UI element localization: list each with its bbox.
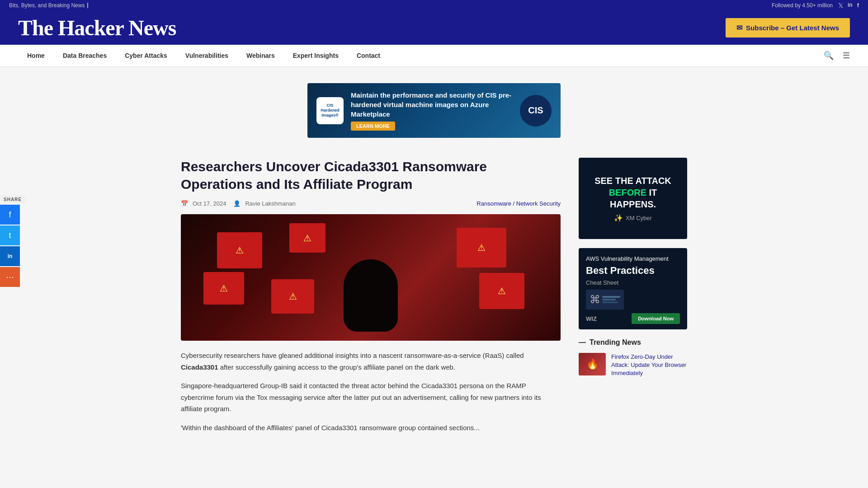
xm-headline: SEE THE ATTACK BEFORE IT HAPPENS. — [586, 175, 680, 210]
facebook-icon: f — [9, 210, 11, 220]
wiz-text: AWS Vulnerability Management Best Practi… — [586, 255, 669, 286]
twitter-top-icon[interactable]: 𝕏 — [838, 2, 843, 9]
cursor-blink — [87, 3, 88, 8]
article-main: Researchers Uncover Cicada3301 Ransomwar… — [181, 158, 561, 441]
followers-text: Followed by 4.50+ million — [772, 2, 833, 9]
monitor-3: ⚠ — [457, 228, 506, 267]
wiz-brand: WIZ — [586, 315, 597, 322]
social-follow: Followed by 4.50+ million 𝕏 in f — [772, 2, 859, 9]
xm-cyber-ad-inner: SEE THE ATTACK BEFORE IT HAPPENS. ✨ XM C… — [579, 158, 687, 239]
subscribe-label: Subscribe – Get Latest News — [746, 24, 839, 32]
nav-contact[interactable]: Contact — [348, 45, 389, 66]
article-tags-text: Ransomware / Network Security — [476, 200, 561, 207]
linkedin-icon: in — [8, 253, 13, 259]
search-icon[interactable]: 🔍 — [824, 51, 834, 61]
monitor-5: ⚠ — [271, 279, 314, 314]
site-title[interactable]: The Hacker News — [18, 15, 176, 40]
nav-cyber-attacks[interactable]: Cyber Attacks — [116, 45, 176, 66]
subscribe-button[interactable]: ✉ Subscribe – Get Latest News — [726, 18, 850, 38]
trending-dash: — — [579, 338, 586, 347]
main-nav: Home Data Breaches Cyber Attacks Vulnera… — [0, 45, 868, 67]
monitor-6: ⚠ — [479, 273, 524, 309]
cis-ad-text: Maintain the performance and security of… — [351, 90, 513, 131]
trending-section: — Trending News 🔥 Firefox Zero-Day Under… — [579, 338, 687, 378]
linkedin-top-icon[interactable]: in — [848, 2, 853, 9]
wiz-bottom: WIZ Download Now — [586, 313, 680, 324]
article-date-text: Oct 17, 2024 — [193, 200, 226, 207]
share-facebook-button[interactable]: f — [0, 205, 20, 225]
share-linkedin-button[interactable]: in — [0, 246, 20, 266]
nav-webinars[interactable]: Webinars — [237, 45, 284, 66]
header: The Hacker News ✉ Subscribe – Get Latest… — [0, 11, 868, 45]
nav-home[interactable]: Home — [18, 45, 54, 66]
xm-brand-icon: ✨ — [614, 214, 623, 222]
share-more-button[interactable]: ⋯ — [0, 267, 20, 287]
cicada-highlight: Cicada3301 — [181, 363, 218, 371]
cis-logo: CISHardenedImages® — [316, 97, 344, 124]
warning-icon-6: ⚠ — [498, 286, 506, 296]
warning-icon-2: ⚠ — [303, 233, 311, 244]
tagline-container: Bits, Bytes, and Breaking News — [9, 2, 88, 9]
calendar-icon: 📅 — [181, 200, 188, 207]
xm-brand-text: XM Cyber — [626, 215, 652, 221]
cis-headline-text: Maintain the performance and security of… — [351, 91, 511, 118]
hamburger-icon[interactable]: ☰ — [843, 51, 850, 61]
article-paragraph-3: 'Within the dashboard of the Affiliates'… — [181, 422, 561, 434]
fire-icon: 🔥 — [586, 358, 599, 370]
cis-learn-more[interactable]: LEARN MORE — [351, 122, 395, 131]
article-author-name: Ravie Lakshmanan — [245, 200, 295, 207]
trending-header: — Trending News — [579, 338, 687, 347]
main-content: Researchers Uncover Cicada3301 Ransomwar… — [163, 149, 705, 450]
article-paragraph-1: Cybersecurity researchers have gleaned a… — [181, 350, 561, 373]
trending-item-title-1[interactable]: Firefox Zero-Day Under Attack: Update Yo… — [611, 353, 687, 378]
article-title: Researchers Uncover Cicada3301 Ransomwar… — [181, 158, 561, 193]
social-icons-group: 𝕏 in f — [838, 2, 859, 9]
wiz-download-button[interactable]: Download Now — [632, 313, 680, 324]
wiz-sub: Cheat Sheet — [586, 279, 669, 286]
envelope-icon: ✉ — [736, 23, 742, 32]
warning-icon-1: ⚠ — [236, 245, 244, 256]
wiz-graphic: ⌘ — [586, 290, 624, 310]
wiz-headline: Best Practices — [586, 265, 669, 277]
cis-ad-banner[interactable]: CISHardenedImages® Maintain the performa… — [307, 83, 561, 138]
article-hero-image: ⚠ ⚠ ⚠ ⚠ ⚠ ⚠ — [181, 214, 561, 341]
article-date: 📅 Oct 17, 2024 — [181, 200, 226, 207]
trending-thumb-1: 🔥 — [579, 353, 606, 375]
cis-brand-logo: CIS — [520, 95, 552, 127]
wiz-title: AWS Vulnerability Management — [586, 255, 669, 262]
article-paragraph-2: Singapore-headquartered Group-IB said it… — [181, 380, 561, 415]
article-tags[interactable]: Ransomware / Network Security — [476, 200, 561, 207]
twitter-icon: t — [9, 231, 11, 240]
xm-before: BEFORE — [609, 188, 646, 197]
person-silhouette — [344, 259, 398, 332]
cis-ad-headline: Maintain the performance and security of… — [351, 90, 513, 119]
warning-icon-5: ⚠ — [289, 291, 297, 302]
xm-brand: ✨ XM Cyber — [614, 214, 652, 222]
share-twitter-button[interactable]: t — [0, 225, 20, 245]
article-meta-left: 📅 Oct 17, 2024 👤 Ravie Lakshmanan — [181, 200, 296, 207]
article-meta: 📅 Oct 17, 2024 👤 Ravie Lakshmanan Ransom… — [181, 200, 561, 207]
author-icon: 👤 — [233, 200, 241, 207]
xm-cyber-ad[interactable]: SEE THE ATTACK BEFORE IT HAPPENS. ✨ XM C… — [579, 158, 687, 239]
monitor-4: ⚠ — [203, 272, 244, 305]
trending-title: Trending News — [590, 338, 641, 347]
nav-vulnerabilities[interactable]: Vulnerabilities — [176, 45, 237, 66]
nav-links: Home Data Breaches Cyber Attacks Vulnera… — [18, 45, 389, 66]
warning-icon-4: ⚠ — [220, 283, 228, 294]
article-body: Cybersecurity researchers have gleaned a… — [181, 350, 561, 433]
social-share-sidebar: SHARE f t in ⋯ — [0, 195, 25, 287]
xm-line1: SEE THE ATTACK — [594, 176, 671, 186]
top-bar: Bits, Bytes, and Breaking News Followed … — [0, 0, 868, 11]
right-sidebar: SEE THE ATTACK BEFORE IT HAPPENS. ✨ XM C… — [579, 158, 687, 441]
wiz-ad[interactable]: AWS Vulnerability Management Best Practi… — [579, 248, 687, 329]
wiz-graphic-icon: ⌘ — [590, 293, 600, 306]
nav-expert-insights[interactable]: Expert Insights — [284, 45, 348, 66]
nav-data-breaches[interactable]: Data Breaches — [54, 45, 116, 66]
facebook-top-icon[interactable]: f — [857, 2, 859, 9]
trending-item-1: 🔥 Firefox Zero-Day Under Attack: Update … — [579, 353, 687, 378]
article-author: 👤 Ravie Lakshmanan — [233, 200, 295, 207]
tagline: Bits, Bytes, and Breaking News — [9, 2, 85, 9]
monitor-2: ⚠ — [289, 223, 326, 253]
monitor-1: ⚠ — [217, 232, 262, 268]
wiz-ad-inner: AWS Vulnerability Management Best Practi… — [579, 248, 687, 329]
